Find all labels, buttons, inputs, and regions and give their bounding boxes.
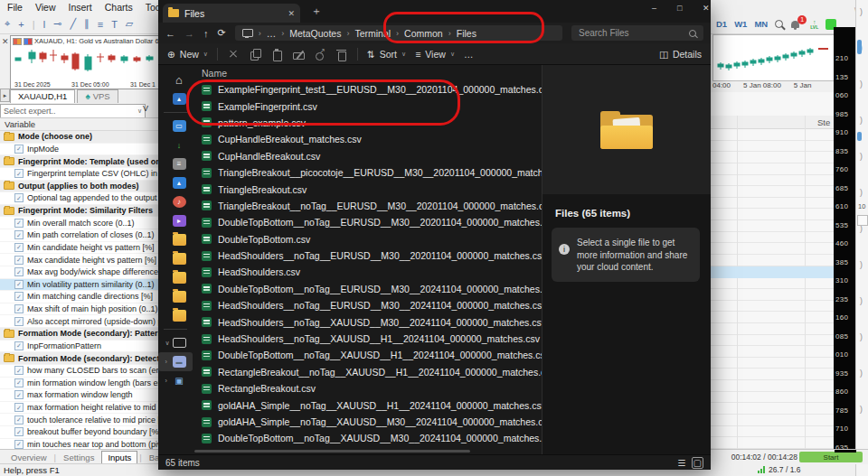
file-row[interactable]: CupHandleBreakout_matches.csv [193,131,542,147]
panel-expand-icon[interactable]: ▸ [0,89,10,102]
start-button[interactable]: Start [799,452,863,462]
up-icon[interactable]: ↑ [203,28,209,39]
breadcrumb-ellipsis[interactable]: … [267,28,277,39]
sidebar-item[interactable] [158,249,193,268]
channel-tool-icon[interactable]: ∥ [84,18,90,30]
file-row[interactable]: DoubleTopBottom__noTag__EURUSD__M30__202… [193,281,542,297]
explorer-tab-files[interactable]: Files ✕ [163,4,300,23]
param-checkbox[interactable]: ✓ [14,193,24,202]
param-row[interactable]: ✓ InpMode [0,144,158,156]
sidebar-item[interactable] [158,70,193,89]
param-row[interactable]: ✓ Min volatility pattern similarity (0..… [0,279,158,292]
refresh-icon[interactable]: ⟳ [218,27,226,39]
file-row[interactable]: HeadShoulders__noTag__EURUSD__M30__20201… [193,247,542,264]
file-row[interactable]: DoubleTopBottom__noTag__XAUUSD__M30__202… [193,430,542,446]
more-options-icon[interactable]: … [464,49,474,60]
param-checkbox[interactable]: ✓ [14,304,24,313]
sidebar-item[interactable]: › [158,352,193,371]
forward-icon[interactable]: → [184,28,194,39]
file-row[interactable]: TriangleBreakout__picocotoje__EURUSD__M3… [193,164,542,181]
file-row[interactable]: DoubleTopBottom__noTag__EURUSD__M30__202… [193,214,542,230]
param-row[interactable]: ✓ touch tolerance relative to mid price … [0,414,158,426]
param-row[interactable]: ✓ Min overall match score (0..1) [0,217,158,229]
param-checkbox[interactable]: ✓ [14,440,24,449]
menu-charts[interactable]: Charts [105,2,133,13]
param-row[interactable]: ✓ InpFormationPattern [0,341,158,353]
close-icon[interactable]: ✕ [703,4,710,13]
view-button[interactable]: ≡ View ∨ [415,49,455,60]
paste-icon[interactable] [270,48,283,61]
param-checkbox[interactable]: ✓ [14,267,24,276]
tab-inputs[interactable]: Inputs [101,451,137,464]
horizontal-line-tool-icon[interactable]: ⊸ [53,18,61,30]
timeframe-d1[interactable]: D1 [716,19,727,29]
tab-overview[interactable]: Overview [5,452,52,463]
param-checkbox[interactable]: ✓ [14,145,24,154]
param-row[interactable]: ✓ max formation window length [0,389,158,402]
sidebar-item[interactable] [158,117,193,135]
shapes-tool-icon[interactable]: ▱ [126,18,133,30]
param-checkbox[interactable]: ✓ [14,280,24,289]
minimize-icon[interactable]: – [652,4,656,13]
tab-settings[interactable]: Settings [58,452,99,463]
sidebar-item[interactable]: › [158,371,193,390]
menu-view[interactable]: View [35,2,56,13]
param-checkbox[interactable]: ✓ [14,427,24,436]
file-row[interactable]: DoubleTopBottom__noTag__XAUUSD__H1__2024… [193,347,542,363]
param-checkbox[interactable]: ✓ [14,403,24,412]
sidebar-item[interactable] [158,306,193,325]
file-row[interactable]: RectangleBreakout__noTag__XAUUSD__H1__20… [193,364,542,380]
share-icon[interactable] [314,48,326,61]
param-checkbox[interactable]: ✓ [14,366,24,375]
cut-icon[interactable] [227,48,240,61]
scrollbar-thumb2[interactable] [857,132,862,141]
chevron-icon[interactable]: ∨ [165,340,171,347]
new-tab-icon[interactable]: ＋ [311,4,322,19]
mt-chart-window[interactable]: XAUAUD, H1: Gold vs Australian Dollar 65… [10,35,160,89]
sidebar-item[interactable] [158,135,193,154]
trendline-tool-icon[interactable]: ╱ [71,18,77,30]
vertical-line-tool-icon[interactable]: ǀ [43,19,46,30]
param-row[interactable]: ✓ Min candidate height vs pattern [%] [0,242,158,255]
param-checkbox[interactable]: ✓ [14,169,24,178]
sidebar-item[interactable] [158,192,193,211]
file-row[interactable]: CupHandleBreakout.csv [193,148,542,164]
param-checkbox[interactable]: ✓ [14,219,24,228]
param-row[interactable]: ✓ Also accept mirrored (upside-down) pat… [0,315,158,328]
horizontal-scrollbar[interactable] [194,450,470,453]
list-view-icon[interactable]: ☰ [678,458,686,468]
back-icon[interactable]: ← [165,28,175,39]
param-row[interactable]: ✓ breakout buffer beyond boundary [%] [0,426,158,439]
copy-icon[interactable] [249,48,261,61]
chevron-icon[interactable]: › [165,378,171,384]
chevron-icon[interactable]: › [165,359,171,365]
cursor-tool-icon[interactable]: ⌖ [5,18,10,30]
param-row[interactable]: ✓ Max candidate height vs pattern [%] [0,254,158,266]
new-button[interactable]: ⊕ New ∨ [167,49,208,60]
param-row[interactable]: ✓ Formation Mode (secondary): Detection … [0,352,158,365]
fibo-tool-icon[interactable]: ≡ [98,19,103,30]
timeframe-w1[interactable]: W1 [734,19,747,29]
file-row[interactable]: DoubleTopBottom.csv [193,231,542,247]
param-row[interactable]: ✓ Fingerprint template CSV (OHLC) in Com… [0,168,158,181]
timeframe-mn[interactable]: MN [754,19,768,29]
menu-insert[interactable]: Insert [69,2,92,13]
scrollbar-thumb[interactable] [857,40,862,54]
icons-view-icon[interactable]: ▢ [692,457,703,469]
notifications-bell-icon[interactable]: 1 [790,18,803,31]
maximize-icon[interactable]: □ [677,4,682,13]
text-tool-icon[interactable]: T [111,19,118,30]
file-row[interactable]: HeadShoulders__noTag__XAUUSD__H1__202411… [193,331,542,347]
file-row[interactable]: RectangleBreakout.csv [193,380,542,397]
file-row[interactable]: goldAHA_Simple__noTag__XAUUSD__H1__20241… [193,397,542,413]
file-row[interactable]: goldAHA_Simple__noTag__XAUUSD__M30__2024… [193,414,542,430]
param-checkbox[interactable]: ✓ [14,378,24,387]
delete-icon[interactable] [335,48,348,61]
panel-close-icon[interactable]: ✕ [2,37,9,46]
sidebar-item[interactable]: ∨ [158,333,193,352]
sort-button[interactable]: ⇅ Sort ∨ [367,49,406,60]
sidebar-item[interactable] [158,173,193,192]
tab-vps[interactable]: ♠ VPS [77,89,118,103]
param-checkbox[interactable]: ✓ [14,415,24,425]
param-row[interactable]: ✓ Formation Mode (secondary): Pattern [0,328,158,341]
